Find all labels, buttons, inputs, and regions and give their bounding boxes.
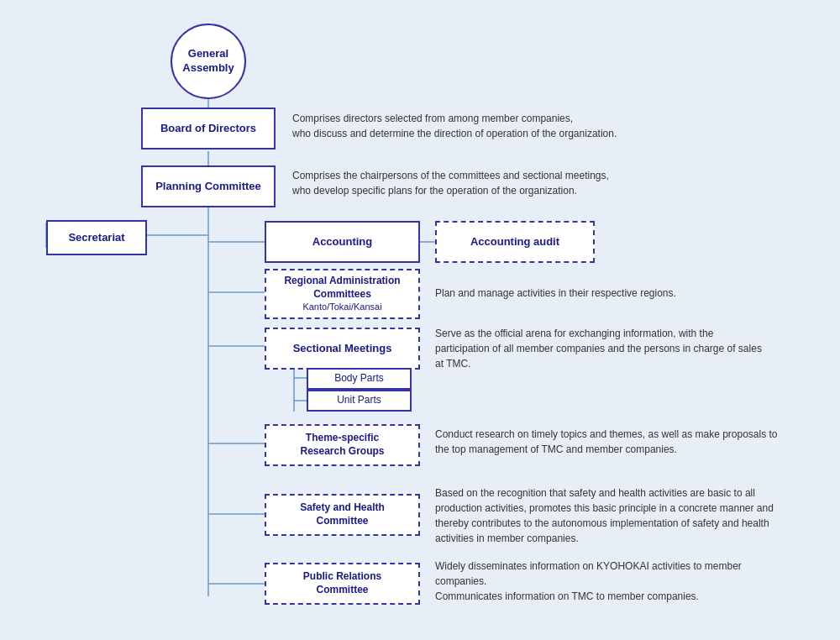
sectional-description: Serve as the official arena for exchangi… — [435, 326, 796, 371]
board-label: Board of Directors — [160, 122, 256, 136]
sectional-meetings-label: Sectional Meetings — [293, 342, 392, 356]
safety-description: Based on the recognition that safety and… — [435, 485, 813, 546]
theme-description: Conduct research on timely topics and th… — [435, 427, 809, 457]
secretariat-label: Secretariat — [68, 231, 124, 245]
accounting-label: Accounting — [312, 235, 373, 249]
accounting-audit-node: Accounting audit — [435, 221, 595, 263]
safety-health-label: Safety and HealthCommittee — [300, 501, 385, 527]
sectional-meetings-node: Sectional Meetings — [265, 328, 420, 370]
general-assembly-node: GeneralAssembly — [171, 24, 246, 99]
diagram-container: GeneralAssembly Board of Directors Compr… — [0, 0, 840, 640]
planning-label: Planning Committee — [155, 180, 261, 194]
board-description: Comprises directors selected from among … — [292, 111, 645, 141]
planning-committee-node: Planning Committee — [141, 165, 276, 207]
planning-description: Comprises the chairpersons of the commit… — [292, 168, 654, 198]
accounting-node: Accounting — [265, 221, 420, 263]
board-of-directors-node: Board of Directors — [141, 108, 276, 150]
regional-description: Plan and manage activities in their resp… — [435, 286, 788, 301]
pr-description: Widely disseminates information on KYOHO… — [435, 559, 813, 604]
regional-admin-sub: Kanto/Tokai/Kansai — [302, 301, 381, 312]
public-relations-label: Public RelationsCommittee — [303, 570, 381, 596]
general-assembly-label: GeneralAssembly — [182, 47, 234, 76]
unit-parts-node: Unit Parts — [307, 390, 412, 412]
safety-health-node: Safety and HealthCommittee — [265, 494, 420, 536]
body-parts-label: Body Parts — [334, 372, 384, 386]
public-relations-node: Public RelationsCommittee — [265, 563, 420, 605]
regional-admin-label: Regional AdministrationCommittees — [284, 275, 400, 301]
regional-admin-node: Regional AdministrationCommittees Kanto/… — [265, 269, 420, 319]
theme-specific-label: Theme-specificResearch Groups — [300, 432, 384, 458]
unit-parts-label: Unit Parts — [337, 394, 381, 407]
accounting-audit-label: Accounting audit — [470, 235, 559, 249]
theme-specific-node: Theme-specificResearch Groups — [265, 424, 420, 466]
body-parts-node: Body Parts — [307, 368, 412, 390]
secretariat-node: Secretariat — [46, 220, 147, 255]
